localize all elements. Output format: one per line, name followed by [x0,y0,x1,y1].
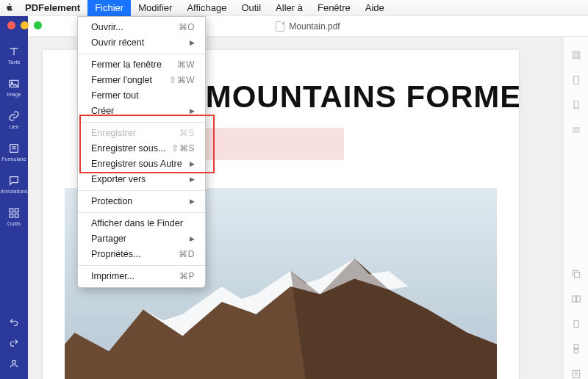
menu-item[interactable]: Enregistrer sous...⇧⌘S [78,141,205,156]
bookmark-icon[interactable] [571,100,581,110]
traffic-lights [7,21,42,29]
menu-item-label: Enregistrer sous... [91,142,165,155]
menu-item-label: Fermer la fenêtre [91,59,162,71]
submenu-arrow-icon: ▶ [190,105,195,118]
sidebar-item-label: Lien [9,124,18,129]
menu-aide[interactable]: Aide [358,0,392,16]
svg-rect-16 [574,320,578,327]
menu-item-label: Afficher dans le Finder [91,217,183,230]
minimize-window-button[interactable] [21,21,29,29]
sidebar-item-image[interactable]: Image [7,78,21,97]
menu-item-label: Ouvrir... [91,21,123,34]
svg-rect-6 [15,214,18,217]
sidebar-item-lien[interactable]: Lien [8,110,20,129]
submenu-arrow-icon: ▶ [190,233,195,245]
menu-item[interactable]: Partager▶ [78,231,205,247]
list-icon[interactable] [571,125,581,135]
menu-item-label: Partager [91,233,126,245]
sidebar-item-label: Formulaire [1,156,26,162]
menu-item-label: Protection [91,195,132,208]
copy-icon[interactable] [571,269,581,279]
fit-page-icon[interactable] [571,369,581,379]
svg-rect-15 [576,296,580,302]
submenu-arrow-icon: ▶ [190,37,195,49]
close-window-button[interactable] [7,21,15,29]
split-icon[interactable] [571,294,581,304]
menu-item-label: Enregistrer [91,127,136,140]
svg-rect-17 [574,344,578,348]
menu-item[interactable]: Imprimer...⌘P [78,269,205,284]
menu-item[interactable]: Ouvrir récent▶ [78,35,205,51]
form-icon [8,142,20,154]
svg-rect-5 [10,214,13,217]
submenu-arrow-icon: ▶ [190,158,195,170]
submenu-arrow-icon: ▶ [190,195,195,208]
text-icon [8,46,20,57]
sidebar-item-annotations[interactable]: Annotations [1,175,28,194]
menu-item[interactable]: Fermer l'onglet⇧⌘W [78,73,205,88]
undo-icon[interactable] [9,317,19,328]
menu-item-label: Ouvrir récent [91,37,144,49]
menu-shortcut: ⌘W [177,59,195,71]
apple-menu[interactable] [0,3,18,12]
sidebar-item-label: Image [7,92,21,97]
app-name-menu[interactable]: PDFelement [18,0,87,16]
document-icon [276,21,284,32]
fichier-dropdown: Ouvrir...⌘OOuvrir récent▶Fermer la fenêt… [77,16,206,288]
right-sidebar [563,37,588,379]
menu-shortcut: ⌘P [179,270,195,283]
single-page-icon[interactable] [571,319,581,329]
submenu-arrow-icon: ▶ [190,173,195,186]
menu-fichier[interactable]: Fichier [87,0,131,16]
svg-rect-4 [15,209,18,212]
menu-item[interactable]: Afficher dans le Finder [78,216,205,231]
menu-item[interactable]: Ouvrir...⌘O [78,20,205,35]
sidebar-item-label: Annotations [1,189,28,194]
redo-icon[interactable] [9,338,19,348]
menu-aller-a[interactable]: Aller à [268,0,310,16]
grid-view-icon[interactable] [571,50,581,60]
sidebar-item-formulaire[interactable]: Formulaire [1,142,26,162]
tools-icon [8,207,20,219]
menu-shortcut: ⌘O [179,21,195,34]
user-icon[interactable] [9,358,19,369]
annotation-icon [8,175,20,187]
document-headline: E MOUNTAINS FORMED? [175,79,497,115]
menu-outil[interactable]: Outil [234,0,268,16]
menu-item[interactable]: Enregistrer sous Autre▶ [78,156,205,172]
menu-item[interactable]: Fermer tout [78,88,205,104]
svg-rect-18 [574,350,578,353]
menu-item[interactable]: Créer▶ [78,104,205,119]
menu-shortcut: ⇧⌘S [171,142,195,155]
svg-rect-3 [10,209,13,212]
menu-affichage[interactable]: Affichage [179,0,234,16]
maximize-window-button[interactable] [34,21,42,29]
menu-item-label: Exporter vers [91,173,146,186]
sidebar-item-label: Texte [8,59,21,65]
svg-rect-11 [577,56,580,59]
svg-rect-14 [572,296,576,302]
sidebar-item-outils[interactable]: Outils [7,207,21,226]
menu-item-label: Imprimer... [91,270,135,283]
menu-item-label: Fermer l'onglet [91,74,152,87]
svg-rect-9 [577,51,580,54]
macos-menubar: PDFelement Fichier Modifier Affichage Ou… [0,0,588,16]
menu-item[interactable]: Fermer la fenêtre⌘W [78,57,205,73]
menu-modifier[interactable]: Modifier [131,0,179,16]
tool-sidebar: Texte Image Lien Formulaire Annotations … [0,16,28,379]
sidebar-item-texte[interactable]: Texte [8,46,21,65]
svg-rect-10 [573,56,576,59]
menu-item[interactable]: Exporter vers▶ [78,172,205,187]
sidebar-item-label: Outils [7,221,21,226]
image-icon [8,78,20,90]
link-icon [8,110,20,122]
menu-item-label: Créer [91,105,114,118]
continuous-icon[interactable] [571,344,581,354]
menu-fenetre[interactable]: Fenêtre [310,0,358,16]
page-thumbnail-icon[interactable] [571,75,581,85]
svg-rect-8 [573,51,576,54]
menu-item[interactable]: Protection▶ [78,194,205,209]
menu-item-label: Propriétés... [91,248,140,261]
menu-shortcut: ⌘D [179,248,195,261]
menu-item[interactable]: Propriétés...⌘D [78,247,205,262]
